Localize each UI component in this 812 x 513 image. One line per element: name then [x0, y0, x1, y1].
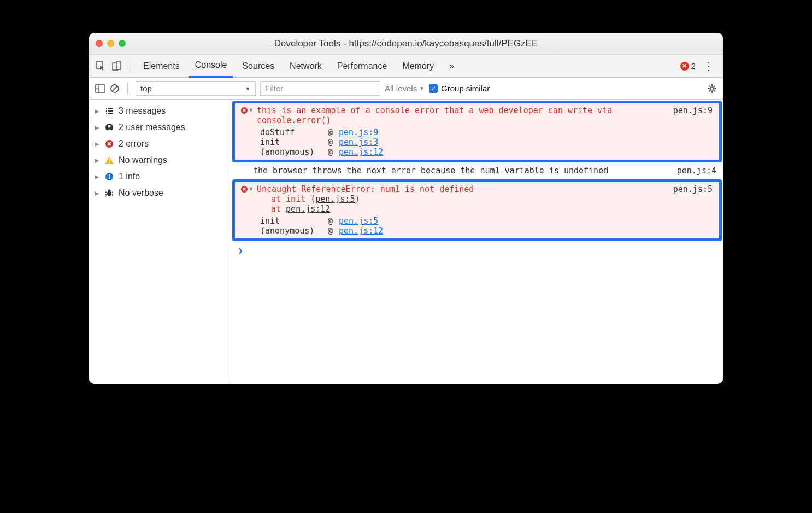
log-message: the browser throws the next error becaus…: [253, 166, 677, 176]
sidebar-label: 1 info: [119, 172, 140, 182]
svg-point-9: [108, 125, 111, 128]
sidebar-item-verbose[interactable]: ▶ No verbose: [89, 185, 231, 201]
tab-performance[interactable]: Performance: [331, 55, 394, 78]
zoom-button[interactable]: [119, 40, 126, 47]
warning-icon: [104, 155, 114, 165]
tab-memory[interactable]: Memory: [396, 55, 440, 78]
console-settings-icon[interactable]: [707, 83, 717, 94]
stack-frame: init@pen.js:3: [257, 137, 668, 147]
console-sidebar: ▶ 3 messages ▶ 2 user messages ▶ 2 error…: [89, 100, 231, 384]
collapse-arrow-icon[interactable]: ▼: [249, 106, 257, 157]
log-levels-selector[interactable]: All levels ▼: [385, 84, 425, 93]
separator: [127, 83, 128, 95]
error-icon: [239, 106, 249, 157]
source-link[interactable]: pen.js:4: [677, 166, 716, 176]
info-icon: [104, 172, 114, 182]
levels-label: All levels: [385, 84, 417, 93]
group-similar-checkbox[interactable]: ✓ Group similar: [429, 84, 490, 93]
console-error-entry[interactable]: ▼ Uncaught ReferenceError: num1 is not d…: [235, 182, 719, 238]
sidebar-item-warnings[interactable]: ▶ No warnings: [89, 152, 231, 168]
tab-sources[interactable]: Sources: [236, 55, 281, 78]
filter-input[interactable]: [260, 81, 380, 96]
context-selector[interactable]: top ▼: [136, 81, 256, 96]
chevron-down-icon: ▼: [245, 85, 251, 92]
error-count-badge[interactable]: ✕ 2: [680, 61, 696, 71]
list-icon: [104, 106, 114, 116]
minimize-button[interactable]: [107, 40, 114, 47]
source-link[interactable]: pen.js:9: [339, 127, 378, 137]
context-value: top: [140, 84, 152, 93]
source-link[interactable]: pen.js:12: [286, 204, 330, 214]
svg-rect-12: [109, 162, 110, 163]
source-link[interactable]: pen.js:3: [339, 137, 378, 147]
source-link[interactable]: pen.js:12: [339, 147, 383, 157]
expand-arrow-icon: ▶: [95, 173, 100, 180]
collapse-arrow-icon[interactable]: ▼: [249, 184, 257, 236]
sidebar-item-errors[interactable]: ▶ 2 errors: [89, 136, 231, 152]
traffic-lights: [96, 40, 126, 47]
devtools-window: Developer Tools - https://codepen.io/kay…: [89, 33, 723, 384]
error-count: 2: [691, 61, 696, 71]
highlight-box: ▼ Uncaught ReferenceError: num1 is not d…: [232, 179, 722, 241]
source-link[interactable]: pen.js:12: [339, 226, 383, 236]
svg-line-6: [112, 86, 117, 91]
expand-arrow-icon: ▶: [95, 124, 100, 131]
titlebar: Developer Tools - https://codepen.io/kay…: [89, 33, 723, 55]
sidebar-item-user-messages[interactable]: ▶ 2 user messages: [89, 119, 231, 136]
console-prompt[interactable]: ❯: [231, 242, 723, 259]
stack-frame: doStuff@pen.js:9: [257, 127, 668, 137]
sidebar-item-messages[interactable]: ▶ 3 messages: [89, 103, 231, 119]
sidebar-label: No verbose: [119, 188, 163, 198]
separator: [131, 60, 131, 72]
error-icon: [104, 139, 114, 149]
svg-rect-2: [116, 62, 121, 69]
tab-network[interactable]: Network: [283, 55, 328, 78]
tabs-overflow[interactable]: »: [443, 55, 461, 78]
console-body: ▶ 3 messages ▶ 2 user messages ▶ 2 error…: [89, 100, 723, 384]
svg-rect-14: [109, 176, 110, 179]
sidebar-label: 3 messages: [119, 106, 166, 116]
tab-console[interactable]: Console: [189, 55, 234, 78]
svg-point-7: [710, 87, 714, 90]
bug-icon: [104, 188, 114, 198]
chevron-down-icon: ▼: [419, 85, 425, 91]
clear-console-icon[interactable]: [110, 84, 120, 94]
expand-arrow-icon: ▶: [95, 190, 100, 197]
user-icon: [104, 123, 114, 132]
inspect-element-icon[interactable]: [95, 60, 107, 72]
stack-frame: (anonymous)@pen.js:12: [257, 147, 668, 157]
console-output: ▼ this is an example of a console error …: [231, 100, 723, 384]
stack-trace: init@pen.js:5 (anonymous)@pen.js:12: [257, 216, 668, 236]
stack-frame: (anonymous)@pen.js:12: [257, 226, 668, 236]
console-toolbar: top ▼ All levels ▼ ✓ Group similar: [89, 78, 723, 100]
toggle-sidebar-icon[interactable]: [95, 83, 105, 94]
tab-elements[interactable]: Elements: [137, 55, 186, 78]
sidebar-label: No warnings: [119, 155, 167, 165]
window-title: Developer Tools - https://codepen.io/kay…: [96, 38, 716, 49]
error-message: Uncaught ReferenceError: num1 is not def…: [257, 184, 474, 194]
svg-point-17: [108, 190, 111, 193]
device-toolbar-icon[interactable]: [111, 60, 123, 72]
expand-arrow-icon: ▶: [95, 108, 100, 115]
checkbox-checked-icon: ✓: [429, 84, 438, 93]
sidebar-label: 2 user messages: [119, 123, 185, 132]
sidebar-item-info[interactable]: ▶ 1 info: [89, 168, 231, 185]
highlight-box: ▼ this is an example of a console error …: [232, 101, 722, 162]
source-link[interactable]: pen.js:9: [673, 106, 713, 157]
sidebar-label: 2 errors: [119, 139, 149, 149]
expand-arrow-icon: ▶: [95, 141, 100, 148]
close-button[interactable]: [96, 40, 103, 47]
source-link[interactable]: pen.js:5: [339, 216, 378, 226]
svg-rect-15: [109, 174, 110, 176]
error-trace: at init (pen.js:5) at pen.js:12: [257, 194, 668, 214]
settings-menu-icon[interactable]: ⋮: [700, 60, 717, 73]
console-log-entry[interactable]: the browser throws the next error becaus…: [231, 164, 723, 178]
error-icon: ✕: [680, 62, 689, 71]
source-link[interactable]: pen.js:5: [315, 194, 355, 204]
source-link[interactable]: pen.js:5: [673, 184, 713, 236]
svg-rect-11: [109, 159, 110, 161]
console-error-entry[interactable]: ▼ this is an example of a console error …: [235, 103, 719, 160]
group-similar-label: Group similar: [441, 84, 490, 93]
stack-trace: doStuff@pen.js:9 init@pen.js:3 (anonymou…: [257, 127, 668, 157]
panel-tabs: Elements Console Sources Network Perform…: [89, 55, 723, 78]
